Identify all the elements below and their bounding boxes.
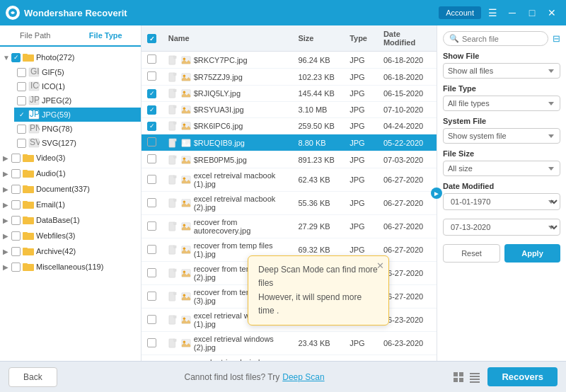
tree-checkbox-audio[interactable]: [11, 169, 21, 178]
row-checkbox-15[interactable]: [142, 355, 163, 362]
tree-toggle-video[interactable]: ▶: [3, 154, 11, 162]
tree-checkbox-jpeg[interactable]: [17, 96, 26, 105]
tree-toggle-webfiles[interactable]: ▶: [3, 232, 11, 240]
maximize-icon[interactable]: □: [524, 4, 541, 21]
row-checkbox-13[interactable]: [142, 309, 163, 332]
deep-scan-link[interactable]: Deep Scan: [282, 372, 324, 382]
row-name-9[interactable]: recover from autorecovery.jpg: [163, 215, 293, 238]
header-size[interactable]: Size: [292, 25, 344, 52]
row-name-2[interactable]: $RJIQ5LY.jpg: [163, 86, 293, 102]
tree-checkbox-database[interactable]: [11, 216, 21, 225]
tree-item-document[interactable]: ▶ Document(337): [0, 181, 141, 197]
account-button[interactable]: Account: [439, 6, 481, 19]
tree-checkbox-webfiles[interactable]: [11, 231, 21, 241]
table-row[interactable]: $R75ZZJ9.jpg 102.23 KB JPG 06-18-2020: [142, 69, 437, 86]
tree-checkbox-document[interactable]: [11, 185, 21, 194]
tree-toggle-document[interactable]: ▶: [3, 185, 11, 193]
tree-checkbox-email[interactable]: [11, 200, 21, 209]
tree-toggle-archive[interactable]: ▶: [3, 248, 11, 255]
date-to-select[interactable]: 07-13-2020: [443, 219, 560, 236]
tree-toggle-photo[interactable]: ▼: [3, 54, 11, 62]
tree-checkbox-svg[interactable]: [17, 139, 26, 148]
tree-item-png[interactable]: PNG PNG(78): [14, 122, 141, 136]
tree-item-jpg[interactable]: JPG JPG(59): [14, 108, 141, 122]
header-checkbox-col[interactable]: [142, 25, 163, 52]
close-icon[interactable]: ✕: [543, 4, 560, 21]
tree-toggle-audio[interactable]: ▶: [3, 170, 11, 178]
date-from-select[interactable]: 01-01-1970: [443, 193, 560, 210]
recover-button[interactable]: Recovers: [487, 367, 558, 386]
table-row[interactable]: excel retreival macbook (2).jpg 55.36 KB…: [142, 192, 437, 215]
tree-item-audio[interactable]: ▶ Audio(1): [0, 166, 141, 181]
table-row[interactable]: $RKCY7PC.jpg 96.24 KB JPG 06-18-2020: [142, 52, 437, 69]
row-checkbox-3[interactable]: ✓: [142, 102, 163, 118]
tree-toggle-email[interactable]: ▶: [3, 201, 11, 209]
tree-toggle-database[interactable]: ▶: [3, 217, 11, 224]
table-row[interactable]: excel retreival macbook (1).jpg 62.43 KB…: [142, 168, 437, 192]
row-checkbox-1[interactable]: [142, 69, 163, 86]
file-size-select[interactable]: All size: [443, 161, 560, 176]
row-name-5[interactable]: $RUEQIB9.jpg: [163, 134, 293, 151]
back-button[interactable]: Back: [8, 367, 57, 387]
tree-item-miscellaneous[interactable]: ▶ Miscellaneous(119): [0, 259, 141, 275]
header-type[interactable]: Type: [344, 25, 378, 52]
table-row[interactable]: recover from autorecovery.jpg 27.29 KB J…: [142, 215, 437, 238]
row-checkbox-11[interactable]: [142, 262, 163, 285]
tab-file-type[interactable]: File Type: [71, 25, 142, 47]
search-input[interactable]: [462, 35, 542, 43]
row-name-6[interactable]: $REB0PM5.jpg: [163, 151, 293, 168]
row-name-4[interactable]: $RK6IPC6.jpg: [163, 118, 293, 134]
tree-checkbox-jpg[interactable]: [17, 110, 26, 120]
show-file-select[interactable]: Show all files: [443, 63, 560, 79]
grid-view-icon[interactable]: [451, 370, 466, 384]
tree-item-jpeg[interactable]: JPG JPEG(2): [14, 93, 141, 108]
tree-item-email[interactable]: ▶ Email(1): [0, 197, 141, 212]
row-checkbox-2[interactable]: ✓: [142, 86, 163, 102]
row-checkbox-9[interactable]: [142, 215, 163, 238]
tree-checkbox-png[interactable]: [17, 125, 26, 134]
row-checkbox-7[interactable]: [142, 168, 163, 192]
header-date[interactable]: Date Modified: [378, 25, 437, 52]
row-checkbox-14[interactable]: [142, 332, 163, 355]
table-row[interactable]: $REB0PM5.jpg 891.23 KB JPG 07-03-2020: [142, 151, 437, 168]
tab-file-path[interactable]: File Path: [0, 25, 71, 47]
reset-button[interactable]: Reset: [443, 244, 500, 263]
table-row[interactable]: ✓ $RK6IPC6.jpg 259.50 KB JPG 04-24-2020: [142, 118, 437, 134]
hamburger-icon[interactable]: ☰: [484, 4, 501, 21]
tree-item-video[interactable]: ▶ Video(3): [0, 150, 141, 166]
row-checkbox-10[interactable]: [142, 238, 163, 262]
row-name-15[interactable]: excel retrieval windows (3).jpg: [163, 355, 293, 362]
row-checkbox-0[interactable]: [142, 52, 163, 69]
tree-item-gif[interactable]: GIF GIF(5): [14, 65, 141, 79]
tree-item-webfiles[interactable]: ▶ Webfiles(3): [0, 228, 141, 243]
tree-item-archive[interactable]: ▶ Archive(42): [0, 243, 141, 259]
tree-toggle-misc[interactable]: ▶: [3, 263, 11, 271]
tree-checkbox-gif[interactable]: [17, 68, 26, 77]
tree-item-ico[interactable]: ICO ICO(1): [14, 79, 141, 93]
table-row[interactable]: excel retrieval windows (2).jpg 23.43 KB…: [142, 332, 437, 355]
row-name-0[interactable]: $RKCY7PC.jpg: [163, 52, 293, 69]
row-name-14[interactable]: excel retrieval windows (2).jpg: [163, 332, 293, 355]
apply-button[interactable]: Apply: [504, 244, 560, 263]
row-name-8[interactable]: excel retreival macbook (2).jpg: [163, 192, 293, 215]
tree-checkbox-archive[interactable]: [11, 247, 21, 256]
tree-checkbox-video[interactable]: [11, 154, 21, 163]
tooltip-close[interactable]: ✕: [376, 259, 384, 274]
system-file-select[interactable]: Show system file: [443, 128, 560, 144]
filter-icon[interactable]: ⊟: [553, 33, 560, 44]
tree-checkbox-ico[interactable]: [17, 82, 26, 91]
table-row[interactable]: ✓ $RJIQ5LY.jpg 145.44 KB JPG 06-15-2020: [142, 86, 437, 102]
row-checkbox-8[interactable]: [142, 192, 163, 215]
tree-item-photo[interactable]: ▼ Photo(272): [0, 50, 141, 65]
table-row[interactable]: ✓ $RSYUA3I.jpg 3.10 MB JPG 07-10-2020: [142, 102, 437, 118]
file-type-select[interactable]: All file types: [443, 96, 560, 111]
tree-checkbox-photo[interactable]: [11, 53, 21, 62]
tree-checkbox-misc[interactable]: [11, 263, 21, 272]
row-checkbox-5[interactable]: [142, 134, 163, 151]
tree-item-svg[interactable]: SVG SVG(127): [14, 136, 141, 150]
row-checkbox-12[interactable]: [142, 285, 163, 309]
row-name-7[interactable]: excel retreival macbook (1).jpg: [163, 168, 293, 192]
list-view-icon[interactable]: [468, 370, 482, 384]
expand-arrow[interactable]: ►: [431, 188, 442, 199]
row-checkbox-4[interactable]: ✓: [142, 118, 163, 134]
